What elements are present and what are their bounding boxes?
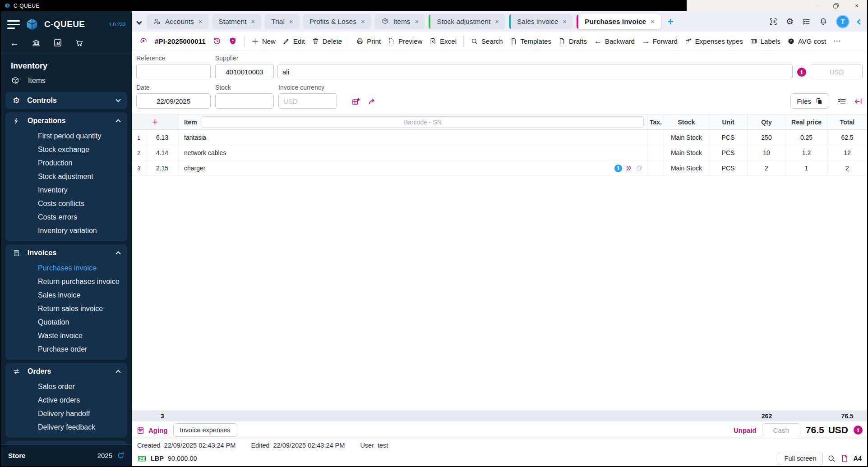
stock-cell[interactable]: Main Stock xyxy=(664,145,709,160)
sidebar-item-items[interactable]: Items xyxy=(1,73,132,89)
sidebar-section-header-operations[interactable]: Operations xyxy=(5,112,127,129)
close-icon[interactable]: × xyxy=(251,18,255,25)
table-row[interactable]: 2 4.14 network cables Main Stock PCS 10 … xyxy=(132,145,867,160)
tab-stock-adjustment[interactable]: Stock adjustment × xyxy=(429,14,505,29)
item-name-cell[interactable]: fantasia xyxy=(179,130,648,145)
unit-cell[interactable]: PCS xyxy=(709,160,748,176)
table-row[interactable]: 1 6.13 fantasia Main Stock PCS 250 0.25 … xyxy=(132,130,867,145)
close-icon[interactable]: × xyxy=(199,18,203,25)
templates-button[interactable]: Templates xyxy=(510,37,551,45)
sidebar-item-purchases-invoice[interactable]: Purchases invoice xyxy=(5,261,127,275)
stock-input[interactable] xyxy=(215,93,274,109)
grid-add-icon[interactable] xyxy=(351,97,360,106)
tab-items[interactable]: Items × xyxy=(375,14,425,29)
close-icon[interactable]: × xyxy=(289,18,293,25)
files-button[interactable]: Files xyxy=(790,93,829,109)
sidebar-item-purchase-order[interactable]: Purchase order xyxy=(5,343,127,356)
close-button[interactable]: × xyxy=(846,0,867,11)
tabs-dropdown-chevron-icon[interactable] xyxy=(137,18,141,26)
drafts-button[interactable]: Drafts xyxy=(558,37,587,45)
barcode-scan-icon[interactable] xyxy=(769,17,778,26)
sidebar-item-delivery-handoff[interactable]: Delivery handoff xyxy=(5,407,127,421)
shield-icon[interactable] xyxy=(228,37,237,46)
sidebar-item-delivery-feedback[interactable]: Delivery feedback xyxy=(5,421,127,434)
preview-button[interactable]: Preview xyxy=(388,37,422,45)
sidebar-item-active-orders[interactable]: Active orders xyxy=(5,394,127,407)
excel-button[interactable]: Excel xyxy=(429,37,457,45)
date-input[interactable] xyxy=(136,93,211,109)
invoice-expenses-button[interactable]: Invoice expenses xyxy=(173,423,237,437)
item-name-cell[interactable]: network cables xyxy=(179,145,648,160)
edit-button[interactable]: Edit xyxy=(282,37,305,45)
tab-accounts[interactable]: Accounts × xyxy=(147,14,209,29)
invoice-currency-input[interactable] xyxy=(278,93,337,109)
sidebar-item-production[interactable]: Production xyxy=(5,156,127,170)
sidebar-section-header-orders[interactable]: Orders xyxy=(5,363,127,380)
unit-cell[interactable]: PCS xyxy=(709,130,748,145)
real-price-cell[interactable]: 1.2 xyxy=(786,145,827,160)
new-tab-button[interactable]: + xyxy=(665,15,676,28)
zoom-search-icon[interactable] xyxy=(827,454,836,463)
line-items-checklist-icon[interactable] xyxy=(837,97,846,106)
cash-button[interactable]: Cash xyxy=(762,423,800,437)
notifications-bell-icon[interactable] xyxy=(819,17,828,26)
sidebar-section-header-controls[interactable]: ⚙ Controls xyxy=(5,92,127,109)
close-icon[interactable]: × xyxy=(563,18,567,25)
tab-profits-loses[interactable]: Profits & Loses × xyxy=(303,14,371,29)
tab-statment[interactable]: Statment × xyxy=(212,14,262,29)
cart-icon[interactable] xyxy=(75,38,84,47)
close-icon[interactable]: × xyxy=(495,18,499,25)
qty-cell[interactable]: 250 xyxy=(748,130,786,145)
chevron-left-icon[interactable] xyxy=(858,18,862,26)
sidebar-section-header-reports[interactable]: Reports xyxy=(5,441,127,444)
supplier-account-input[interactable] xyxy=(215,64,274,79)
barcode-sn-search-input[interactable]: Barcode - SN xyxy=(202,116,644,128)
currency-input[interactable] xyxy=(811,64,863,79)
sidebar-item-sales-invoice[interactable]: Sales invoice xyxy=(5,288,127,302)
restore-button[interactable] xyxy=(826,0,846,11)
sidebar-item-quotation[interactable]: Quotation xyxy=(5,316,127,329)
sidebar-item-sales-order[interactable]: Sales order xyxy=(5,380,127,394)
close-icon[interactable]: × xyxy=(415,18,419,25)
close-icon[interactable]: × xyxy=(361,18,365,25)
info-icon[interactable]: i xyxy=(797,68,806,77)
full-screen-button[interactable]: Full screen xyxy=(778,452,823,465)
info-icon[interactable]: i xyxy=(854,426,863,435)
settings-gears-icon[interactable]: ⚙ xyxy=(786,17,794,26)
checklist-icon[interactable] xyxy=(802,17,811,26)
backward-button[interactable]: ← Backward xyxy=(594,37,635,46)
sidebar-item-costs-conflicts[interactable]: Costs conflicts xyxy=(5,197,127,211)
stats-chart-icon[interactable] xyxy=(53,38,62,47)
tab-purchases-invoice[interactable]: Purchases invoice × xyxy=(577,14,661,29)
copy-box-icon[interactable] xyxy=(636,165,643,172)
tab-trial[interactable]: Trial × xyxy=(265,14,299,29)
sidebar-item-return-sales-invoice[interactable]: Return sales invoice xyxy=(5,302,127,316)
qty-cell[interactable]: 2 xyxy=(748,160,786,176)
tab-sales-invoice[interactable]: Sales invoice × xyxy=(509,14,573,29)
table-row[interactable]: 3 2.15 charger i xyxy=(132,160,867,176)
search-button[interactable]: Search xyxy=(471,37,503,45)
sidebar-item-waste-invoice[interactable]: Waste invoice xyxy=(5,329,127,343)
sidebar-item-costs-errors[interactable]: Costs errors xyxy=(5,211,127,224)
print-button[interactable]: Print xyxy=(356,37,381,45)
avg-cost-button[interactable]: AVG cost xyxy=(787,37,826,45)
stock-cell[interactable]: Main Stock xyxy=(664,130,709,145)
item-name-cell[interactable]: charger i xyxy=(179,160,648,176)
return-arrow-icon[interactable] xyxy=(854,97,863,106)
aging-button[interactable]: Aging xyxy=(136,426,168,435)
delete-button[interactable]: Delete xyxy=(312,37,342,45)
supplier-name-input[interactable] xyxy=(277,64,793,79)
more-options-button[interactable]: ⋯ xyxy=(833,36,841,46)
sidebar-section-header-invoices[interactable]: Invoices xyxy=(5,244,127,261)
stock-cell[interactable]: Main Stock xyxy=(664,160,709,176)
back-arrow-icon[interactable]: ← xyxy=(10,38,19,47)
serial-chevrons-icon[interactable] xyxy=(625,165,633,172)
bank-icon[interactable] xyxy=(32,38,41,47)
qty-cell[interactable]: 10 xyxy=(748,145,786,160)
refresh-icon[interactable] xyxy=(117,452,125,459)
minimize-button[interactable]: – xyxy=(805,0,826,11)
labels-button[interactable]: Labels xyxy=(750,37,780,45)
sidebar-item-return-purchases-invoice[interactable]: Return purchases invoice xyxy=(5,275,127,288)
reference-input[interactable] xyxy=(136,64,211,79)
sidebar-item-stock-adjustment[interactable]: Stock adjustment xyxy=(5,170,127,183)
